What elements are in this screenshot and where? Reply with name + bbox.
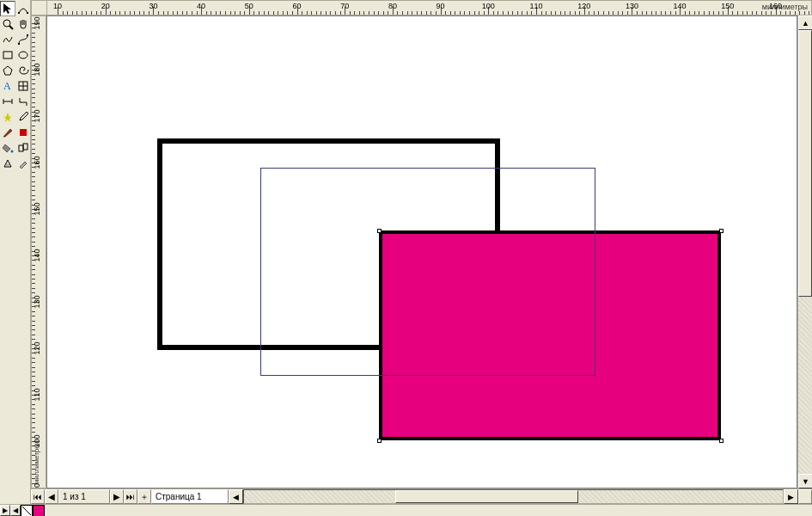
tool-zoom[interactable] [0, 16, 15, 32]
svg-rect-1 [27, 12, 28, 14]
tool-spiral[interactable] [15, 63, 31, 78]
ruler-row: миллиметры 10203040506070809010011012013… [31, 0, 812, 15]
svg-point-7 [19, 52, 27, 58]
page-add-button[interactable]: ＋ [137, 489, 151, 504]
tool-fx[interactable] [0, 109, 15, 125]
tool-shape-edit[interactable] [15, 1, 31, 16]
svg-line-3 [9, 26, 13, 29]
ruler-h-label: 150 [721, 2, 734, 10]
selection-handle[interactable] [377, 439, 382, 443]
svg-point-17 [11, 150, 14, 153]
page-counter[interactable]: 1 из 1 [58, 489, 110, 504]
tool-rect[interactable] [0, 47, 15, 63]
ruler-h-label: 80 [388, 2, 397, 10]
add-page-icon: ＋ [140, 491, 149, 503]
svg-rect-19 [23, 144, 27, 150]
color-bar: ▶ ◀ [0, 504, 812, 516]
svg-marker-8 [3, 66, 12, 75]
hscroll-thumb[interactable] [395, 490, 578, 503]
chevron-up-icon: ▲ [802, 19, 809, 28]
tool-bucket[interactable] [0, 140, 15, 156]
chevron-right-icon: ▶ [3, 507, 8, 514]
svg-rect-20 [6, 163, 9, 166]
ruler-h-label: 50 [245, 2, 253, 10]
page-last-button[interactable]: ⏭ [124, 489, 137, 504]
first-icon: ⏮ [34, 492, 42, 501]
svg-rect-4 [18, 43, 20, 45]
tool-dropper[interactable] [15, 109, 31, 125]
chevron-right-icon: ▶ [788, 493, 794, 501]
swatch-color[interactable] [33, 505, 45, 516]
tool-table[interactable] [15, 78, 31, 94]
color-scroll-left[interactable]: ▶ [0, 505, 10, 516]
body-row: миллиметры 19018017016015014013012011010… [31, 15, 812, 488]
shape-rect-thin[interactable] [260, 168, 595, 376]
ruler-h-label: 60 [292, 2, 301, 10]
svg-rect-0 [18, 12, 20, 14]
tool-outline[interactable] [0, 125, 15, 140]
tool-transparency[interactable] [0, 156, 15, 171]
chevron-left-icon: ◀ [233, 493, 239, 501]
selection-handle[interactable] [719, 229, 723, 233]
ruler-h-label: 100 [482, 2, 495, 10]
vscroll-thumb[interactable] [798, 30, 812, 297]
ruler-h-label: 40 [197, 2, 205, 10]
page-tab-label: Страница 1 [156, 492, 202, 501]
tool-text[interactable]: A [0, 78, 15, 94]
ruler-h-label: 70 [340, 2, 349, 10]
chevron-down-icon: ▼ [802, 477, 809, 486]
vertical-scrollbar: ▲ ▼ [797, 15, 812, 488]
tool-knife[interactable] [15, 156, 31, 171]
scroll-right-button[interactable]: ▶ [784, 489, 798, 504]
viewport: миллиметры 10203040506070809010011012013… [31, 0, 812, 504]
scroll-down-button[interactable]: ▼ [798, 474, 812, 488]
page-counter-text: 1 из 1 [63, 492, 86, 501]
svg-rect-6 [3, 52, 12, 58]
ruler-v-label: 90 [33, 483, 41, 488]
scroll-up-button[interactable]: ▲ [798, 15, 812, 30]
page-first-button[interactable]: ⏮ [31, 489, 45, 504]
tool-dimension[interactable] [0, 94, 15, 109]
svg-point-2 [3, 20, 10, 27]
canvas[interactable] [46, 15, 797, 488]
app-root: A миллиметры 102030405060708090100110120… [0, 0, 812, 516]
page-tab[interactable]: Страница 1 [151, 489, 229, 504]
status-bar: ⏮ ◀ 1 из 1 ▶ ⏭ ＋ Страница 1 ◀ ▶ [31, 488, 812, 504]
tool-ellipse[interactable] [15, 47, 31, 63]
color-flyout[interactable]: ◀ [10, 505, 21, 516]
swatch-strip [21, 505, 45, 516]
ruler-h-label: 120 [577, 2, 590, 10]
horizontal-scrollbar: ◀ ▶ [229, 489, 798, 504]
tool-bezier[interactable] [15, 32, 31, 47]
ruler-corner [31, 0, 46, 15]
ruler-h-label: 140 [674, 2, 687, 10]
tool-blend[interactable] [15, 140, 31, 156]
ruler-h-label: 130 [626, 2, 638, 10]
ruler-vertical[interactable]: миллиметры 19018017016015014013012011010… [31, 15, 46, 488]
tool-connector[interactable] [15, 94, 31, 109]
vscroll-track[interactable] [798, 30, 812, 474]
last-icon: ⏭ [126, 492, 135, 501]
page-prev-button[interactable]: ◀ [45, 489, 58, 504]
ruler-h-label: 160 [769, 2, 782, 10]
scrollbar-corner [798, 489, 812, 504]
tool-polygon[interactable] [0, 63, 15, 78]
chevron-left-icon: ◀ [13, 507, 18, 514]
ruler-h-label: 90 [437, 2, 445, 10]
prev-icon: ◀ [48, 492, 55, 501]
ruler-horizontal[interactable]: миллиметры 10203040506070809010011012013… [46, 0, 812, 15]
main-area: A миллиметры 102030405060708090100110120… [0, 0, 812, 504]
tool-fill[interactable] [15, 125, 31, 140]
swatch-none[interactable] [21, 505, 33, 516]
svg-text:A: A [3, 80, 11, 92]
svg-rect-5 [27, 34, 28, 36]
hscroll-track[interactable] [243, 489, 784, 504]
tool-freehand[interactable] [0, 32, 15, 47]
page-next-button[interactable]: ▶ [110, 489, 124, 504]
svg-rect-16 [20, 129, 27, 136]
svg-rect-18 [19, 145, 23, 151]
selection-handle[interactable] [719, 439, 723, 443]
tool-pan[interactable] [15, 16, 31, 32]
tool-pick[interactable] [0, 1, 15, 16]
scroll-left-button[interactable]: ◀ [229, 489, 243, 504]
